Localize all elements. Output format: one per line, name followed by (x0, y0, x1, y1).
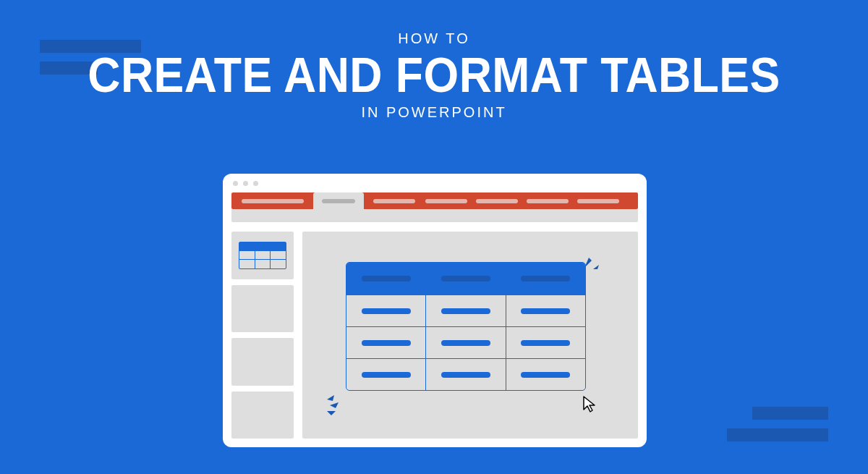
window-controls-icon (233, 181, 258, 186)
decorative-bars-bottom-right (727, 407, 828, 441)
active-tab (313, 192, 364, 209)
thumbnail-3 (231, 338, 294, 386)
app-window-illustration (223, 174, 647, 447)
heading-block: HOW TO CREATE AND FORMAT TABLES IN POWER… (0, 0, 868, 121)
thumbnail-1 (231, 232, 294, 279)
table-illustration (346, 262, 586, 391)
ribbon-bar (223, 192, 647, 223)
slide-canvas (302, 232, 638, 439)
mini-table-icon (239, 242, 286, 269)
thumbnail-2 (231, 285, 294, 333)
svg-marker-2 (593, 265, 599, 269)
thumbnail-4 (231, 392, 294, 439)
svg-marker-3 (327, 395, 334, 401)
subtitle-text: IN POWERPOINT (0, 104, 868, 121)
sparkle-icon (324, 391, 353, 420)
main-title: CREATE AND FORMAT TABLES (35, 50, 833, 100)
svg-marker-5 (327, 411, 336, 415)
svg-marker-4 (330, 402, 339, 408)
workspace (231, 232, 638, 439)
slide-thumbnails (231, 232, 294, 439)
window-titlebar (223, 174, 647, 192)
cursor-icon (582, 395, 599, 412)
